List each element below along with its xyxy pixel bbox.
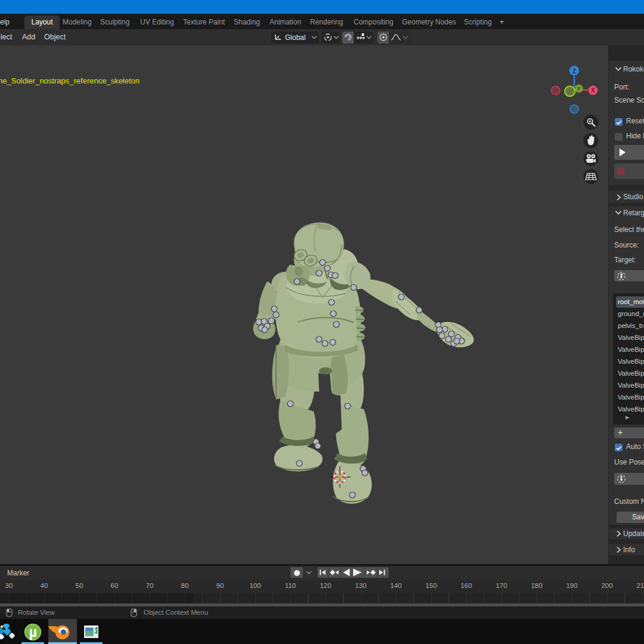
svg-text:Y: Y xyxy=(577,85,581,92)
svg-text:µ: µ xyxy=(29,624,37,640)
svg-text:Z: Z xyxy=(572,67,577,75)
svg-text:X: X xyxy=(591,86,595,94)
